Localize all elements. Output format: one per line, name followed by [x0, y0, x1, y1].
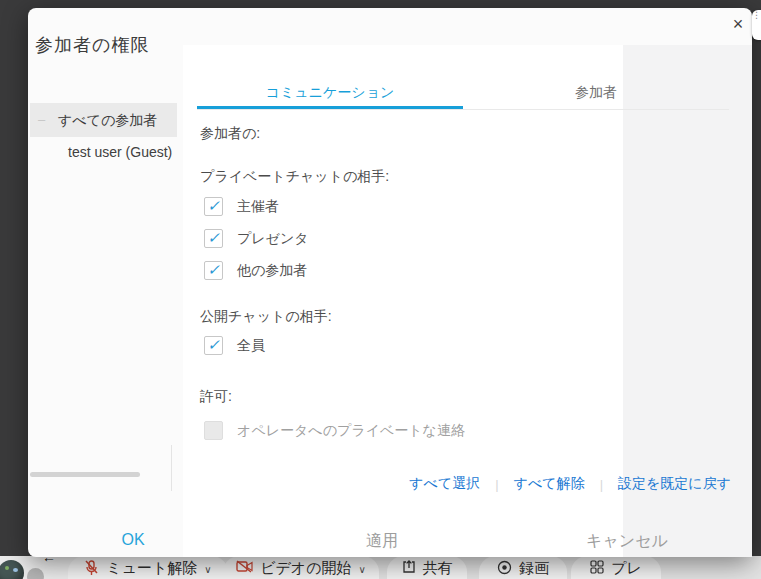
checkbox-check-icon: ✓ [207, 262, 220, 277]
cancel-button[interactable]: キャンセル [586, 531, 668, 552]
checkbox-row-host[interactable]: ✓ 主催者 [204, 197, 279, 216]
share-button-label: 共有 [423, 559, 453, 576]
checkbox-label: 他の参加者 [237, 262, 307, 280]
record-button-label: 録画 [519, 559, 549, 576]
checkbox-label: 全員 [237, 337, 265, 355]
apply-button[interactable]: 適用 [366, 531, 398, 552]
checkbox[interactable]: ✓ [204, 197, 223, 216]
checkbox-check-icon: ✓ [207, 230, 220, 245]
avatar-detail-dot [5, 566, 9, 570]
checkbox-row-presenter[interactable]: ✓ プレゼンタ [204, 229, 309, 248]
bulk-action-links: すべて選択 | すべて解除 | 設定を既定に戻す [28, 475, 731, 493]
select-all-link[interactable]: すべて選択 [409, 475, 480, 493]
dialog-title: 参加者の権限 [35, 33, 149, 57]
participant-of-label: 参加者の: [200, 125, 260, 143]
public-chat-label: 公開チャットの相手: [200, 308, 332, 326]
tab-participants[interactable]: 参加者 [463, 80, 729, 109]
checkbox[interactable]: ✓ [204, 336, 223, 355]
reset-defaults-link[interactable]: 設定を既定に戻す [618, 475, 731, 493]
chevron-down-icon[interactable]: ∨ [359, 561, 366, 578]
record-icon [497, 560, 512, 575]
checkbox-label: プレゼンタ [237, 230, 309, 248]
mic-off-icon [84, 560, 99, 576]
checkbox[interactable]: ✓ [204, 229, 223, 248]
panel-toggle-button[interactable]: ⋮ [752, 10, 761, 40]
private-chat-label: プライベートチャットの相手: [200, 168, 389, 186]
sidebar-item-label: test user (Guest) [68, 144, 172, 160]
start-video-button[interactable]: ビデオの開始 ∨ [223, 556, 379, 579]
tree-collapse-icon: – [38, 103, 45, 137]
share-icon [402, 560, 416, 574]
checkbox-disabled [204, 421, 223, 440]
mute-button-label: ミュート解除 [106, 559, 197, 576]
share-button[interactable]: 共有 [387, 556, 467, 579]
clear-all-link[interactable]: すべて解除 [514, 475, 585, 493]
checkbox-label: 主催者 [237, 198, 279, 216]
layout-button-label: プレ [611, 559, 642, 576]
sidebar-item-all-participants[interactable]: – すべての参加者 [30, 103, 177, 137]
start-video-button-label: ビデオの開始 [260, 559, 351, 576]
checkbox-row-everyone[interactable]: ✓ 全員 [204, 336, 265, 355]
tab-bar: コミュニケーション 参加者 [197, 80, 729, 110]
close-icon[interactable]: × [724, 10, 752, 38]
avatar-badge [27, 568, 44, 579]
layout-button[interactable]: プレ [571, 556, 661, 579]
meeting-toolbar: ミュート解除 ∨ ビデオの開始 ∨ 共有 録画 プレ [0, 556, 761, 579]
sidebar-item-label: すべての参加者 [58, 112, 157, 128]
link-divider: | [495, 477, 498, 492]
link-divider: | [600, 477, 603, 492]
video-off-icon [236, 560, 253, 573]
checkbox-row-other-participants[interactable]: ✓ 他の参加者 [204, 261, 307, 280]
layout-grid-icon [590, 560, 604, 574]
avatar-detail-dot [13, 568, 18, 572]
checkbox-row-operator-private-contact: オペレータへのプライベートな連絡 [204, 421, 465, 440]
more-dots-icon: ⋮ [752, 10, 761, 20]
tab-communication[interactable]: コミュニケーション [197, 80, 463, 109]
record-button[interactable]: 録画 [479, 556, 567, 579]
chevron-down-icon[interactable]: ∨ [204, 561, 211, 578]
allow-label: 許可: [200, 388, 232, 406]
participant-privileges-dialog: 参加者の権限 × – すべての参加者 test user (Guest) コミュ… [28, 8, 752, 557]
ok-button[interactable]: OK [121, 531, 144, 549]
checkbox-check-icon: ✓ [207, 337, 220, 352]
participant-list-sidebar: – すべての参加者 test user (Guest) [30, 103, 177, 167]
checkbox-check-icon: ✓ [207, 198, 220, 213]
mute-button[interactable]: ミュート解除 ∨ [68, 556, 228, 579]
sidebar-item-test-user[interactable]: test user (Guest) [30, 137, 177, 167]
checkbox[interactable]: ✓ [204, 261, 223, 280]
checkbox-label: オペレータへのプライベートな連絡 [237, 422, 465, 440]
